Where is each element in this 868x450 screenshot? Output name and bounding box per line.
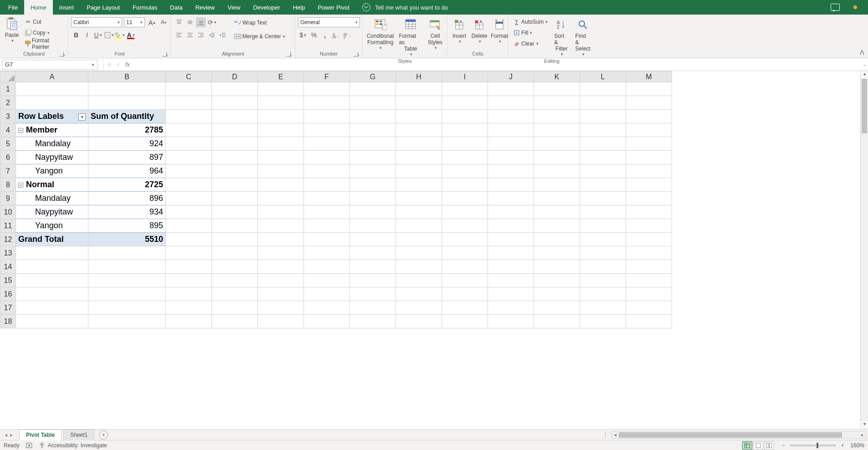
ribbon-tab-help[interactable]: Help	[287, 0, 312, 15]
cell-K17[interactable]	[534, 301, 580, 315]
merge-center-button[interactable]: Merge & Center▾	[232, 31, 287, 42]
cell-L13[interactable]	[580, 246, 626, 260]
formula-input[interactable]	[134, 60, 861, 70]
insert-cells-button[interactable]: Insert▾	[450, 16, 468, 45]
column-header-F[interactable]: F	[304, 72, 350, 82]
increase-indent-button[interactable]	[218, 30, 228, 40]
cancel-formula-icon[interactable]: ✕	[107, 61, 112, 68]
cell-F7[interactable]	[304, 164, 350, 178]
cell-M1[interactable]	[626, 82, 672, 96]
cell-D3[interactable]	[212, 110, 258, 123]
column-header-J[interactable]: J	[488, 72, 534, 82]
cell-B8[interactable]: 2725	[88, 178, 166, 192]
cell-G1[interactable]	[350, 82, 396, 96]
ribbon-tab-formulas[interactable]: Formulas	[126, 0, 164, 15]
cell-K3[interactable]	[534, 110, 580, 123]
cell-C18[interactable]	[166, 315, 212, 328]
cell-J12[interactable]	[488, 233, 534, 246]
cell-H5[interactable]	[396, 137, 442, 151]
decrease-font-button[interactable]: A▾	[159, 17, 169, 27]
ribbon-tab-page-layout[interactable]: Page Layout	[80, 0, 126, 15]
conditional-formatting-button[interactable]: Conditional Formatting▾	[365, 16, 395, 51]
align-middle-button[interactable]	[185, 17, 195, 27]
name-box[interactable]: G7▾	[2, 60, 98, 70]
row-header-12[interactable]: 12	[0, 233, 16, 246]
cell-H3[interactable]	[396, 110, 442, 123]
cell-L6[interactable]	[580, 151, 626, 164]
cell-L3[interactable]	[580, 110, 626, 123]
scroll-left-button[interactable]: ◂	[611, 432, 619, 437]
cell-C1[interactable]	[166, 82, 212, 96]
cell-F9[interactable]	[304, 192, 350, 205]
cell-M6[interactable]	[626, 151, 672, 164]
hscroll-thumb[interactable]	[619, 432, 842, 438]
cell-I7[interactable]	[442, 164, 488, 178]
cell-J2[interactable]	[488, 96, 534, 110]
cell-G13[interactable]	[350, 246, 396, 260]
cell-A4[interactable]: Member	[16, 123, 88, 137]
cell-M17[interactable]	[626, 301, 672, 315]
paste-button[interactable]: Paste ▾	[3, 15, 21, 44]
clear-button[interactable]: Clear▾	[511, 38, 550, 49]
cell-I3[interactable]	[442, 110, 488, 123]
cell-E16[interactable]	[258, 287, 304, 301]
row-header-14[interactable]: 14	[0, 260, 16, 274]
row-header-13[interactable]: 13	[0, 246, 16, 260]
cell-E7[interactable]	[258, 164, 304, 178]
cell-D11[interactable]	[212, 219, 258, 233]
cell-C6[interactable]	[166, 151, 212, 164]
cell-J13[interactable]	[488, 246, 534, 260]
cell-L17[interactable]	[580, 301, 626, 315]
cell-F6[interactable]	[304, 151, 350, 164]
cell-H8[interactable]	[396, 178, 442, 192]
cell-B11[interactable]: 895	[88, 219, 166, 233]
cell-G15[interactable]	[350, 274, 396, 287]
cell-L15[interactable]	[580, 274, 626, 287]
cell-M10[interactable]	[626, 205, 672, 219]
cell-I11[interactable]	[442, 219, 488, 233]
cell-M16[interactable]	[626, 287, 672, 301]
cell-I13[interactable]	[442, 246, 488, 260]
cell-C14[interactable]	[166, 260, 212, 274]
cell-A18[interactable]	[16, 315, 88, 328]
cell-styles-button[interactable]: Cell Styles▾	[426, 16, 444, 51]
cell-A17[interactable]	[16, 301, 88, 315]
horizontal-scrollbar[interactable]: ◂ ▸	[611, 431, 866, 439]
cell-B14[interactable]	[88, 260, 166, 274]
cell-M2[interactable]	[626, 96, 672, 110]
cell-I2[interactable]	[442, 96, 488, 110]
collapse-icon[interactable]	[18, 183, 23, 188]
cell-F10[interactable]	[304, 205, 350, 219]
cell-L7[interactable]	[580, 164, 626, 178]
cell-C12[interactable]	[166, 233, 212, 246]
cell-K11[interactable]	[534, 219, 580, 233]
row-header-8[interactable]: 8	[0, 178, 16, 192]
accessibility-icon[interactable]	[39, 442, 45, 449]
cell-D7[interactable]	[212, 164, 258, 178]
align-left-button[interactable]	[174, 30, 184, 40]
scroll-right-button[interactable]: ▸	[858, 432, 866, 437]
vertical-scrollbar[interactable]: ▴ ▾	[860, 71, 868, 429]
row-header-17[interactable]: 17	[0, 301, 16, 315]
cell-B16[interactable]	[88, 287, 166, 301]
cell-D9[interactable]	[212, 192, 258, 205]
cell-E5[interactable]	[258, 137, 304, 151]
cell-E15[interactable]	[258, 274, 304, 287]
expand-formula-bar-button[interactable]: ⌄	[861, 62, 868, 67]
cell-C3[interactable]	[166, 110, 212, 123]
cell-L12[interactable]	[580, 233, 626, 246]
cell-A7[interactable]: Yangon	[16, 164, 88, 178]
scroll-up-button[interactable]: ▴	[861, 71, 868, 79]
cell-D12[interactable]	[212, 233, 258, 246]
cell-D16[interactable]	[212, 287, 258, 301]
cell-E17[interactable]	[258, 301, 304, 315]
cell-B12[interactable]: 5510	[88, 233, 166, 246]
italic-button[interactable]: I	[82, 30, 92, 40]
cell-D14[interactable]	[212, 260, 258, 274]
cell-F4[interactable]	[304, 123, 350, 137]
cell-J5[interactable]	[488, 137, 534, 151]
tell-me-search[interactable]: Tell me what you want to do	[362, 3, 448, 11]
zoom-slider-handle[interactable]	[817, 443, 818, 448]
cell-F15[interactable]	[304, 274, 350, 287]
cell-I8[interactable]	[442, 178, 488, 192]
